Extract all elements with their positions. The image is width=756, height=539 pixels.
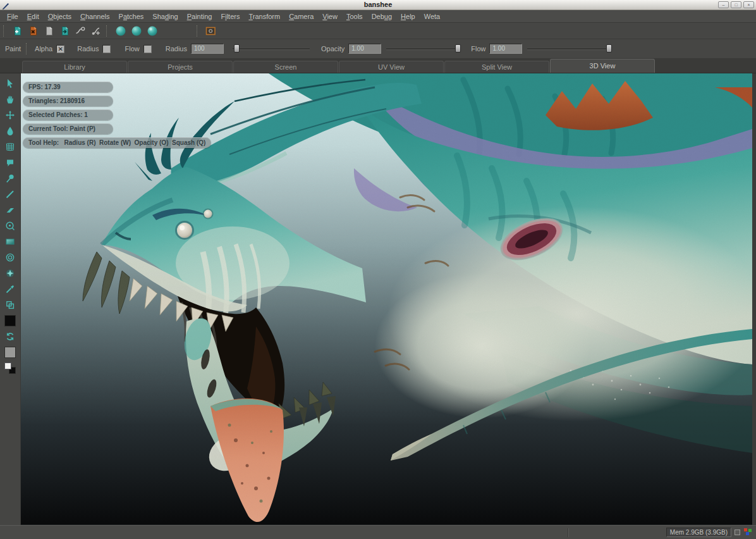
current-tool-label: Paint bbox=[5, 45, 21, 53]
radius-checkbox[interactable] bbox=[102, 45, 111, 53]
tab-screen[interactable]: Screen bbox=[233, 61, 338, 73]
pan-tool[interactable] bbox=[3, 91, 18, 107]
eyedropper-tool[interactable] bbox=[3, 281, 18, 297]
select-tool[interactable] bbox=[3, 75, 18, 91]
close-button[interactable]: × bbox=[743, 1, 754, 8]
statusbar: Mem 2.9GB (3.9GB) bbox=[0, 525, 756, 539]
alpha-checkbox[interactable]: ✕ bbox=[56, 45, 64, 53]
uv-grid-tool[interactable] bbox=[3, 139, 18, 154]
hud-current-tool: Current Tool: Paint (P) bbox=[23, 123, 113, 134]
flow-label: Flow bbox=[471, 45, 485, 53]
marquee-tool[interactable] bbox=[3, 233, 18, 249]
tool-palette bbox=[0, 73, 21, 525]
radius-slider[interactable] bbox=[233, 44, 310, 54]
view-tabbar: Library Projects Screen UV View Split Vi… bbox=[0, 59, 756, 73]
curve-tool-icon[interactable] bbox=[73, 24, 88, 38]
memory-readout: Mem 2.9GB (3.9GB) bbox=[666, 528, 731, 537]
paintbar-separator bbox=[26, 43, 29, 54]
tab-uv-view[interactable]: UV View bbox=[339, 61, 444, 73]
move-tool[interactable] bbox=[3, 107, 18, 123]
radius-label: Radius bbox=[166, 45, 187, 53]
rgb-channels-icon[interactable] bbox=[743, 527, 753, 538]
brush-sphere-2-icon[interactable] bbox=[128, 24, 144, 38]
menu-filters[interactable]: Filters bbox=[216, 11, 244, 22]
brush-sphere-1-icon[interactable] bbox=[113, 24, 128, 38]
hud-selected-patches: Selected Patches: 1 bbox=[23, 109, 113, 120]
hud-overlay: FPS: 17.39 Triangles: 2180916 Selected P… bbox=[23, 82, 211, 148]
reset-colors-swatch[interactable] bbox=[3, 360, 18, 376]
menu-debug[interactable]: Debug bbox=[367, 11, 396, 22]
menu-painting[interactable]: Painting bbox=[183, 11, 217, 22]
opacity-label: Opacity bbox=[321, 45, 344, 53]
toolbar-separator-2 bbox=[197, 25, 200, 37]
menu-file[interactable]: File bbox=[3, 11, 23, 22]
foreground-color-swatch[interactable] bbox=[3, 313, 18, 328]
clone-tool[interactable] bbox=[3, 218, 18, 233]
opacity-field[interactable]: 1.00 bbox=[348, 44, 381, 54]
menu-objects[interactable]: Objects bbox=[44, 11, 76, 22]
pin-tool[interactable] bbox=[3, 170, 18, 186]
save-project-icon[interactable] bbox=[41, 24, 57, 38]
hud-tool-help: Tool Help: Radius (R) Rotate (W) Opacity… bbox=[23, 137, 211, 148]
close-project-icon[interactable] bbox=[25, 24, 41, 38]
hud-fps: FPS: 17.39 bbox=[23, 82, 113, 92]
brush-sphere-3-icon[interactable] bbox=[144, 24, 160, 38]
paint-options-bar: Paint Alpha ✕ Radius Flow Radius 100 Opa… bbox=[0, 39, 756, 59]
menu-shading[interactable]: Shading bbox=[148, 11, 182, 22]
opacity-slider[interactable] bbox=[386, 44, 461, 54]
tab-3d-view[interactable]: 3D View bbox=[550, 59, 655, 73]
statusbar-spacer bbox=[3, 526, 568, 539]
blur-tool[interactable] bbox=[3, 265, 18, 281]
flow-slider-handle[interactable] bbox=[606, 44, 612, 53]
statusbar-divider bbox=[568, 528, 568, 537]
background-color-swatch[interactable] bbox=[3, 344, 18, 360]
menu-patches[interactable]: Patches bbox=[114, 11, 149, 22]
flow-checkbox[interactable] bbox=[143, 45, 152, 53]
toolbar-separator bbox=[106, 25, 109, 37]
new-project-icon[interactable] bbox=[9, 24, 25, 38]
flow-field[interactable]: 1.00 bbox=[489, 44, 522, 54]
menu-help[interactable]: Help bbox=[396, 11, 420, 22]
tab-projects[interactable]: Projects bbox=[128, 61, 233, 73]
snapshot-icon[interactable] bbox=[203, 24, 219, 38]
opacity-slider-handle[interactable] bbox=[455, 44, 461, 53]
minimize-button[interactable]: – bbox=[718, 1, 729, 8]
menu-view[interactable]: View bbox=[318, 11, 342, 22]
paint-drop-tool[interactable] bbox=[3, 123, 18, 139]
app-window: banshee – □ × File Edit Objects Channels… bbox=[0, 0, 756, 539]
menu-edit[interactable]: Edit bbox=[23, 11, 44, 22]
node-tool-icon[interactable] bbox=[88, 24, 104, 38]
radius-toggle-label: Radius bbox=[77, 45, 99, 53]
window-title: banshee bbox=[0, 0, 756, 9]
radius-slider-handle[interactable] bbox=[234, 44, 240, 53]
menu-transform[interactable]: Transform bbox=[244, 11, 284, 22]
toolbar-handle bbox=[3, 25, 6, 37]
menu-tools[interactable]: Tools bbox=[342, 11, 367, 22]
pencil-tool[interactable] bbox=[3, 186, 18, 202]
alpha-label: Alpha bbox=[35, 45, 52, 53]
patch-tool[interactable] bbox=[3, 154, 18, 170]
eraser-tool[interactable] bbox=[3, 202, 18, 218]
hud-triangles: Triangles: 2180916 bbox=[23, 96, 113, 106]
copy-tool[interactable] bbox=[3, 297, 18, 313]
tab-split-view[interactable]: Split View bbox=[444, 61, 549, 73]
icon-toolbar bbox=[0, 23, 756, 39]
maximize-button[interactable]: □ bbox=[731, 1, 741, 8]
ring-tool[interactable] bbox=[3, 249, 18, 265]
radius-field[interactable]: 100 bbox=[191, 44, 224, 54]
flow-toggle-label: Flow bbox=[125, 45, 139, 53]
flow-slider[interactable] bbox=[527, 44, 612, 54]
tab-library[interactable]: Library bbox=[22, 61, 127, 73]
menu-weta[interactable]: Weta bbox=[420, 11, 444, 22]
titlebar[interactable]: banshee – □ × bbox=[0, 0, 756, 10]
viewport-canvas[interactable]: FPS: 17.39 Triangles: 2180916 Selected P… bbox=[21, 73, 752, 525]
menu-camera[interactable]: Camera bbox=[284, 11, 318, 22]
menu-channels[interactable]: Channels bbox=[76, 11, 114, 22]
statusbar-checkbox[interactable] bbox=[735, 530, 740, 535]
swap-colors-icon[interactable] bbox=[3, 328, 18, 344]
import-project-icon[interactable] bbox=[57, 24, 73, 38]
menubar: File Edit Objects Channels Patches Shadi… bbox=[0, 10, 756, 23]
viewport-right-edge bbox=[752, 73, 756, 525]
